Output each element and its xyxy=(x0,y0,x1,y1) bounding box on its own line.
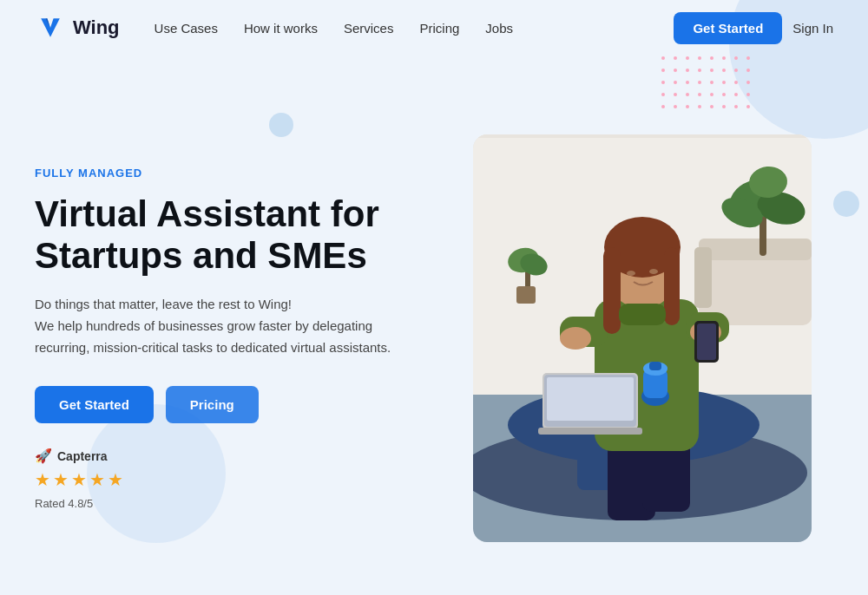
svg-point-32 xyxy=(649,269,658,274)
capterra-icon: 🚀 xyxy=(35,448,52,464)
svg-rect-30 xyxy=(664,247,680,325)
capterra-label: 🚀 Capterra xyxy=(35,448,417,464)
nav-jobs[interactable]: Jobs xyxy=(485,21,513,36)
svg-rect-29 xyxy=(603,247,621,334)
svg-rect-3 xyxy=(473,134,812,138)
capterra-area: 🚀 Capterra ★ ★ ★ ★ ★ Rated 4.8/5 xyxy=(35,448,417,510)
hero-image xyxy=(473,134,812,542)
star-rating: ★ ★ ★ ★ ★ xyxy=(35,469,417,490)
hero-section: FULLY MANAGED Virtual Assistant for Star… xyxy=(0,56,868,595)
hero-illustration xyxy=(473,134,812,542)
svg-point-31 xyxy=(627,271,635,276)
star-5: ★ xyxy=(108,469,123,490)
star-4: ★ xyxy=(89,469,105,490)
nav-how-it-works[interactable]: How it works xyxy=(244,21,318,36)
rated-text: Rated 4.8/5 xyxy=(35,497,417,510)
logo-text: Wing xyxy=(73,16,120,39)
svg-rect-37 xyxy=(697,324,716,360)
hero-description: Do things that matter, leave the rest to… xyxy=(35,294,399,358)
nav-services[interactable]: Services xyxy=(344,21,394,36)
nav-links: Use Cases How it works Services Pricing … xyxy=(155,21,674,36)
svg-rect-41 xyxy=(538,428,642,435)
svg-rect-40 xyxy=(547,377,634,421)
nav-use-cases[interactable]: Use Cases xyxy=(155,21,218,36)
svg-rect-17 xyxy=(516,286,536,304)
hero-right xyxy=(451,134,833,542)
svg-rect-8 xyxy=(694,247,712,308)
svg-rect-7 xyxy=(699,239,812,260)
star-2: ★ xyxy=(53,469,69,490)
star-3: ★ xyxy=(71,469,87,490)
nav-sign-in-button[interactable]: Sign In xyxy=(792,21,833,36)
svg-rect-45 xyxy=(649,362,661,370)
hero-pricing-button[interactable]: Pricing xyxy=(166,386,259,423)
nav-pricing[interactable]: Pricing xyxy=(419,21,459,36)
hero-get-started-button[interactable]: Get Started xyxy=(35,386,154,423)
hero-left: FULLY MANAGED Virtual Assistant for Star… xyxy=(35,167,451,511)
logo[interactable]: Wing xyxy=(35,12,120,43)
nav-actions: Get Started Sign In xyxy=(674,12,833,44)
capterra-text: Capterra xyxy=(57,449,108,463)
svg-rect-33 xyxy=(619,304,666,325)
hero-title: Virtual Assistant for Startups and SMEs xyxy=(35,193,417,278)
navbar: Wing Use Cases How it works Services Pri… xyxy=(0,0,868,56)
nav-get-started-button[interactable]: Get Started xyxy=(674,12,782,44)
logo-icon xyxy=(35,12,66,43)
star-1: ★ xyxy=(35,469,50,490)
hero-badge: FULLY MANAGED xyxy=(35,167,417,180)
hero-buttons: Get Started Pricing xyxy=(35,386,417,423)
svg-point-34 xyxy=(560,327,591,350)
